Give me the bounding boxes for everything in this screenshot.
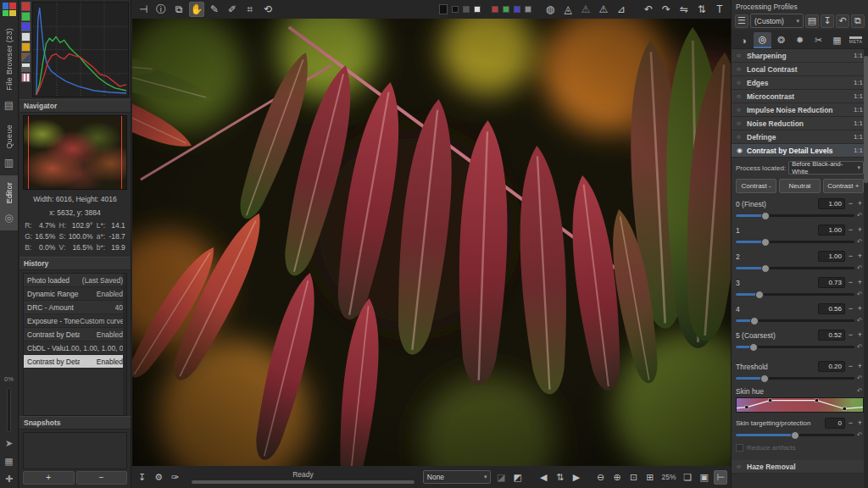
skin-hue-curve[interactable] (736, 397, 864, 413)
slider-track[interactable] (736, 267, 854, 269)
soft-proofing-icon[interactable]: ◍ (542, 2, 558, 17)
preview-mode-icon[interactable]: ◩ (511, 470, 524, 485)
increment-button[interactable]: + (856, 200, 864, 208)
tool-toggle-icon[interactable]: ○ (737, 65, 743, 73)
tool-sharpening[interactable]: ○Sharpening1:1 (732, 49, 868, 63)
slider-handle[interactable] (761, 264, 770, 273)
tool-microcontrast[interactable]: ○Microcontrast1:1 (732, 90, 868, 103)
photo-canvas[interactable] (132, 19, 731, 466)
increment-button[interactable]: + (856, 279, 864, 286)
reset-icon[interactable]: ↶ (857, 238, 864, 246)
background-color-toggle[interactable] (439, 4, 448, 14)
reset-icon[interactable]: ↶ (857, 343, 864, 351)
indicator-white[interactable] (474, 6, 481, 13)
tab-metadata[interactable]: META (847, 32, 865, 48)
contrast-plus-button[interactable]: Contrast + (823, 179, 864, 193)
skin-hue-widget[interactable]: Skin hue↶ (736, 387, 864, 413)
straighten-tool-icon[interactable]: ✐ (225, 2, 240, 17)
reset-icon[interactable]: ↶ (857, 291, 864, 298)
flip-vertical-icon[interactable]: ⇅ (694, 2, 709, 17)
slider-handle[interactable] (761, 212, 770, 220)
channel-red-toggle[interactable] (492, 6, 498, 13)
tool-toggle-icon[interactable]: ○ (737, 463, 743, 470)
fullscreen-icon[interactable]: ▣ (698, 470, 710, 485)
histogram-raw-toggle[interactable] (21, 53, 31, 62)
histogram-green-toggle[interactable] (21, 12, 31, 21)
history-header[interactable]: History (19, 257, 131, 270)
tool-haze-removal[interactable]: ○Haze Removal (732, 460, 868, 474)
history-scrollbar[interactable] (123, 274, 126, 415)
tool-contrast-by-detail-levels[interactable]: ◉Contrast by Detail Levels1:1 (732, 144, 868, 158)
slider-value[interactable]: 1.00 (818, 225, 845, 236)
hand-tool-button[interactable]: ✋ (189, 2, 204, 17)
tool-noise-reduction[interactable]: ○Noise Reduction1:1 (732, 117, 868, 130)
tool-toggle-icon[interactable]: ○ (737, 106, 743, 114)
reset-icon[interactable]: ↶ (857, 431, 864, 439)
save-image-icon[interactable]: ↧ (136, 470, 148, 485)
decrement-button[interactable]: − (847, 252, 854, 260)
send-to-external-editor-icon[interactable]: ✑ (169, 470, 181, 485)
rotate-cw-icon[interactable]: ↷ (659, 2, 674, 17)
tab-exposure[interactable]: ◑ (735, 32, 753, 48)
add-to-queue-icon[interactable]: ⚙ (152, 470, 164, 485)
tool-local-contrast[interactable]: ○Local Contrast (732, 63, 868, 76)
histogram-overlay-icon[interactable]: ⊿ (614, 2, 629, 17)
increment-button[interactable]: + (856, 363, 864, 370)
tab-editor[interactable]: Editor ◎ (0, 175, 18, 230)
copy-profile-icon[interactable]: ⧉ (851, 14, 865, 28)
tool-toggle-icon[interactable]: ○ (737, 119, 743, 127)
tab-detail[interactable]: ◎ (754, 32, 771, 48)
load-profile-icon[interactable]: ▤ (805, 14, 819, 28)
slider-value[interactable]: 0.52 (818, 330, 845, 341)
slider-value[interactable]: 0.56 (818, 303, 845, 314)
decrement-button[interactable]: − (847, 419, 854, 427)
slider-handle[interactable] (761, 238, 770, 247)
slider-handle[interactable] (760, 374, 769, 383)
info-icon[interactable]: ⓘ (153, 2, 169, 17)
zoom-fit-icon[interactable]: ⊡ (627, 470, 640, 485)
slider-track[interactable] (736, 214, 854, 217)
histogram-red-toggle[interactable] (21, 2, 31, 11)
tab-color[interactable]: ❂ (772, 32, 790, 48)
reset-icon[interactable]: ↶ (857, 264, 864, 272)
decrement-button[interactable]: − (847, 200, 854, 208)
history-row[interactable]: CbDL - Value1.00, 1.00, 1.00, 0... (24, 341, 126, 355)
histogram-mode-toggle[interactable] (21, 63, 31, 72)
increment-button[interactable]: + (856, 252, 864, 260)
rotate-ccw-icon[interactable]: ↶ (641, 2, 656, 17)
tool-toggle-icon[interactable]: ○ (737, 79, 743, 86)
slider-handle[interactable] (750, 317, 759, 325)
slider-track[interactable] (736, 434, 854, 436)
increment-button[interactable]: + (856, 419, 864, 427)
tool-toggle-icon[interactable]: ○ (737, 52, 743, 59)
power-icon[interactable]: ◉ (737, 147, 743, 154)
reduce-artifacts-checkbox[interactable] (736, 444, 743, 452)
slider-track[interactable] (736, 293, 854, 296)
increment-button[interactable]: + (856, 305, 864, 313)
tab-queue[interactable]: Queue (5, 118, 14, 156)
decrement-button[interactable]: − (847, 279, 854, 286)
remove-snapshot-button[interactable]: − (76, 471, 128, 485)
decrement-button[interactable]: − (847, 331, 854, 339)
neutral-button[interactable]: Neutral (779, 179, 820, 193)
slider-handle[interactable] (755, 291, 764, 299)
profile-select[interactable]: (Custom) ▾ (750, 14, 804, 28)
increment-button[interactable]: + (856, 331, 864, 339)
tool-edges[interactable]: ○Edges1:1 (732, 76, 868, 90)
flip-horizontal-icon[interactable]: ⇋ (676, 2, 692, 17)
detail-window-icon[interactable]: ❏ (682, 470, 694, 485)
history-row[interactable]: Exposure - Tone c...Custom curve (24, 314, 126, 328)
slider-value[interactable]: 0.73 (818, 277, 845, 288)
histogram-blue-toggle[interactable] (21, 22, 31, 31)
next-image-icon[interactable]: ▶ (570, 470, 582, 485)
channel-green-toggle[interactable] (503, 6, 509, 13)
process-located-select[interactable]: Before Black-and-White ▾ (788, 161, 864, 175)
filmstrip-toggle-icon[interactable]: ▦ (4, 456, 13, 467)
snapshots-list[interactable] (23, 432, 127, 469)
slider-track[interactable] (736, 346, 854, 348)
slider-value[interactable]: 0.20 (818, 361, 845, 372)
zoom-in-icon[interactable]: ⊕ (610, 470, 623, 485)
slider-track[interactable] (736, 377, 854, 380)
history-row[interactable]: DRC - Amount40 (24, 301, 126, 314)
slider-handle[interactable] (749, 343, 758, 352)
